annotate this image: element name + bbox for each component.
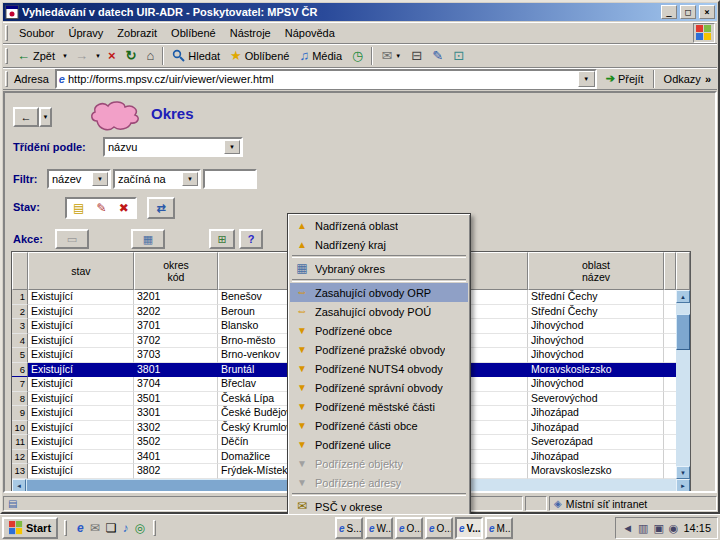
filter-field-combobox[interactable]: název ▼ bbox=[47, 169, 111, 189]
network-icon[interactable]: ▥ bbox=[638, 522, 648, 535]
quicklaunch-grip[interactable] bbox=[153, 520, 156, 536]
cell-kod: 3802 bbox=[134, 464, 218, 479]
context-menu-item[interactable]: ▲ Nadřízená oblast bbox=[290, 216, 468, 235]
actions-label: Akce: bbox=[13, 233, 43, 245]
maximize-button[interactable]: □ bbox=[680, 5, 696, 19]
messenger-icon[interactable]: ◉ bbox=[669, 522, 679, 535]
forward-button[interactable]: → bbox=[70, 45, 93, 66]
forward-dropdown-button[interactable]: ▼ bbox=[93, 45, 103, 66]
menu-item[interactable]: Úpravy bbox=[61, 25, 110, 41]
address-input[interactable]: e http://forms.mpsv.cz/uir/viewer/viewer… bbox=[55, 69, 597, 89]
taskbar-window-button[interactable]: e S... bbox=[335, 517, 363, 539]
context-menu-item[interactable]: ▼ Podřízené obce bbox=[290, 321, 468, 340]
chevron-down-icon[interactable]: ▼ bbox=[92, 172, 108, 186]
action-note-button[interactable]: ▭ bbox=[55, 229, 89, 249]
action-calendar-button[interactable]: ⊞ bbox=[209, 229, 235, 249]
scroll-left-button[interactable]: ◄ bbox=[12, 479, 26, 493]
column-header-kod[interactable]: okreskód bbox=[134, 252, 218, 290]
menu-item[interactable]: Oblíbené bbox=[164, 25, 223, 41]
links-button[interactable]: Odkazy » bbox=[658, 73, 717, 85]
toolbar-grip[interactable] bbox=[5, 48, 8, 64]
media-player-icon[interactable]: ♪ bbox=[123, 521, 129, 535]
app-back-button[interactable]: ← bbox=[13, 107, 39, 127]
menu-item[interactable]: Zobrazit bbox=[110, 25, 164, 41]
sort-combobox[interactable]: názvu ▼ bbox=[103, 137, 243, 157]
vertical-scroll-thumb[interactable] bbox=[676, 314, 690, 350]
taskbar-window-button[interactable]: e V... bbox=[455, 517, 483, 539]
media-button[interactable]: ♫ Média bbox=[294, 45, 347, 66]
action-help-button[interactable]: ? bbox=[239, 229, 263, 249]
context-menu-item[interactable] bbox=[292, 255, 466, 258]
context-menu-item[interactable]: ▼ Podřízené ulice bbox=[290, 435, 468, 454]
state-existing-icon[interactable]: ▤ bbox=[73, 202, 84, 214]
discuss-button[interactable]: ⊡ bbox=[448, 45, 469, 66]
start-button[interactable]: Start bbox=[2, 517, 58, 539]
context-menu-item[interactable]: ⇔ Zasahující obvody POÚ bbox=[290, 302, 468, 321]
app-back-dropdown[interactable]: ▼ bbox=[39, 107, 52, 127]
context-menu-item[interactable]: ▼ Podřízené správní obvody bbox=[290, 378, 468, 397]
context-menu-item[interactable] bbox=[292, 493, 466, 496]
menu-item[interactable]: Nástroje bbox=[223, 25, 278, 41]
filter-value-input[interactable] bbox=[203, 169, 257, 189]
taskbar-window-button[interactable]: e O... bbox=[425, 517, 453, 539]
scroll-up-button[interactable]: ▲ bbox=[676, 290, 690, 303]
context-menu-item[interactable]: ▼ Podřízené adresy bbox=[290, 473, 468, 492]
state-changed-icon[interactable]: ✎ bbox=[97, 202, 107, 214]
scroll-right-button[interactable]: ► bbox=[676, 479, 690, 493]
back-dropdown-button[interactable]: ▼ bbox=[60, 45, 70, 66]
filter-operator-combobox[interactable]: začíná na ▼ bbox=[113, 169, 201, 189]
quicklaunch-grip[interactable] bbox=[64, 520, 67, 536]
volume-icon[interactable]: ◄ bbox=[622, 522, 633, 534]
context-menu-item[interactable]: ▼ Podřízené pražské obvody bbox=[290, 340, 468, 359]
history-icon: ◷ bbox=[352, 49, 363, 62]
ie-icon[interactable]: e bbox=[77, 521, 84, 535]
chevron-down-icon[interactable]: ▼ bbox=[182, 172, 198, 186]
close-button[interactable]: × bbox=[699, 5, 715, 19]
refresh-button[interactable]: ↻ bbox=[121, 45, 142, 66]
display-icon[interactable]: ▣ bbox=[653, 522, 663, 535]
context-menu-item[interactable] bbox=[292, 279, 466, 282]
chevron-down-icon[interactable]: ▼ bbox=[224, 140, 240, 154]
menubar-grip[interactable] bbox=[5, 25, 8, 41]
print-button[interactable]: ⊟ bbox=[406, 45, 427, 66]
search-button[interactable]: Hledat bbox=[167, 45, 225, 66]
back-button[interactable]: ← Zpět bbox=[12, 45, 60, 66]
taskbar-window-button[interactable]: e O... bbox=[395, 517, 423, 539]
favorites-button[interactable]: ★ Oblíbené bbox=[225, 45, 294, 66]
taskbar-window-button[interactable]: e W... bbox=[365, 517, 393, 539]
column-header-oblast[interactable]: oblastnázev bbox=[528, 252, 664, 290]
state-cancelled-icon[interactable]: ✖ bbox=[119, 202, 129, 214]
menu-item[interactable]: Nápověda bbox=[278, 25, 342, 41]
context-menu-item[interactable]: ▼ Podřízené části obce bbox=[290, 416, 468, 435]
scroll-down-button[interactable]: ▼ bbox=[676, 466, 690, 479]
menu-item-label: Zasahující obvody ORP bbox=[315, 287, 431, 299]
context-menu-item[interactable]: ⇔ Zasahující obvody ORP bbox=[290, 283, 468, 302]
globe-icon[interactable]: ◎ bbox=[135, 521, 145, 535]
minimize-button[interactable]: _ bbox=[661, 5, 677, 19]
context-menu-item[interactable]: ▼ Podřízené NUTS4 obvody bbox=[290, 359, 468, 378]
go-button[interactable]: ➔ Přejít bbox=[600, 69, 650, 89]
context-menu-item[interactable]: ▦ Vybraný okres bbox=[290, 259, 468, 278]
history-button[interactable]: ◷ bbox=[347, 45, 368, 66]
horizontal-scroll-thumb[interactable] bbox=[26, 479, 308, 493]
taskbar-window-button[interactable]: e M... bbox=[485, 517, 513, 539]
sort-label: Třídění podle: bbox=[13, 141, 86, 153]
edit-button[interactable]: ✎ bbox=[427, 45, 448, 66]
menu-item[interactable]: Soubor bbox=[12, 25, 61, 41]
address-dropdown-button[interactable]: ▼ bbox=[578, 71, 595, 87]
mail-icon[interactable]: ✉ bbox=[90, 521, 100, 535]
action-table-button[interactable]: ▦ bbox=[131, 229, 165, 249]
mail-button[interactable]: ✉ ▼ bbox=[376, 45, 406, 66]
vertical-scrollbar[interactable]: ▲ ▼ bbox=[676, 290, 690, 479]
addressbar-grip[interactable] bbox=[5, 71, 8, 87]
context-menu-item[interactable]: ▼ Podřízené městské části bbox=[290, 397, 468, 416]
column-header-stav[interactable]: stav bbox=[28, 252, 134, 290]
apply-state-button[interactable]: ⇄ bbox=[147, 197, 175, 219]
show-desktop-icon[interactable]: ❏ bbox=[106, 521, 117, 535]
home-button[interactable]: ⌂ bbox=[141, 45, 159, 66]
context-menu-item[interactable]: ▲ Nadřízený kraj bbox=[290, 235, 468, 254]
context-menu-item[interactable]: ▼ Podřízené objekty bbox=[290, 454, 468, 473]
task-buttons: e S... e W... e O... e O... bbox=[335, 517, 513, 539]
stop-button[interactable]: × bbox=[103, 45, 121, 66]
menu-item-label: Podřízené obce bbox=[315, 325, 392, 337]
